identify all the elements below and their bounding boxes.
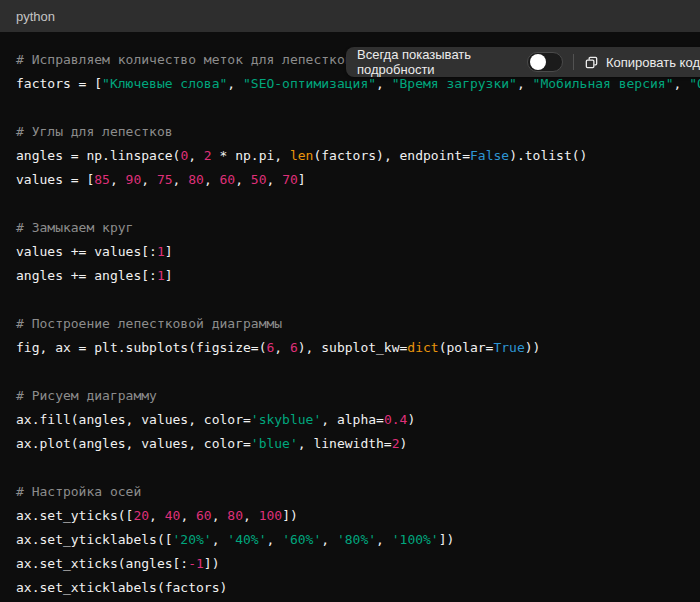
code-line: values = [85, 90, 75, 80, 60, 50, 70] (16, 168, 684, 192)
language-label: python (16, 9, 55, 24)
toggle-knob (530, 54, 546, 70)
code-line: # Замыкаем круг (16, 216, 684, 240)
code-action-bar: Всегда показывать подробности Копировать… (346, 47, 700, 77)
code-line: ax.plot(angles, values, color='blue', li… (16, 432, 684, 456)
code-line (16, 96, 684, 120)
code-block: python # Исправляем количество меток для… (0, 0, 700, 602)
code-line: ax.fill(angles, values, color='skyblue',… (16, 408, 684, 432)
code-line: # Рисуем диаграмму (16, 384, 684, 408)
code-line: angles += angles[:1] (16, 264, 684, 288)
code-line (16, 288, 684, 312)
code-line (16, 192, 684, 216)
copy-icon (584, 55, 599, 70)
code-line: # Углы для лепестков (16, 120, 684, 144)
copy-code-label: Копировать код (606, 55, 700, 70)
code-line: values += values[:1] (16, 240, 684, 264)
code-line (16, 360, 684, 384)
code-block-header: python (0, 0, 700, 32)
code-line: ax.set_xticks(angles[:-1]) (16, 552, 684, 576)
code-line: # Построение лепестковой диаграммы (16, 312, 684, 336)
copy-code-button[interactable]: Копировать код (584, 55, 700, 70)
code-line: ax.set_yticks([20, 40, 60, 80, 100]) (16, 504, 684, 528)
code-line: ax.set_xticklabels(factors) (16, 576, 684, 600)
always-show-details-label: Всегда показывать подробности (357, 47, 518, 77)
code-line: angles = np.linspace(0, 2 * np.pi, len(f… (16, 144, 684, 168)
divider (573, 54, 574, 70)
code-line: # Настройка осей (16, 480, 684, 504)
code-lines: # Исправляем количество меток для лепест… (0, 32, 700, 602)
always-show-details-toggle[interactable] (527, 52, 563, 72)
code-line: ax.set_yticklabels(['20%', '40%', '60%',… (16, 528, 684, 552)
code-line (16, 456, 684, 480)
code-line: fig, ax = plt.subplots(figsize=(6, 6), s… (16, 336, 684, 360)
